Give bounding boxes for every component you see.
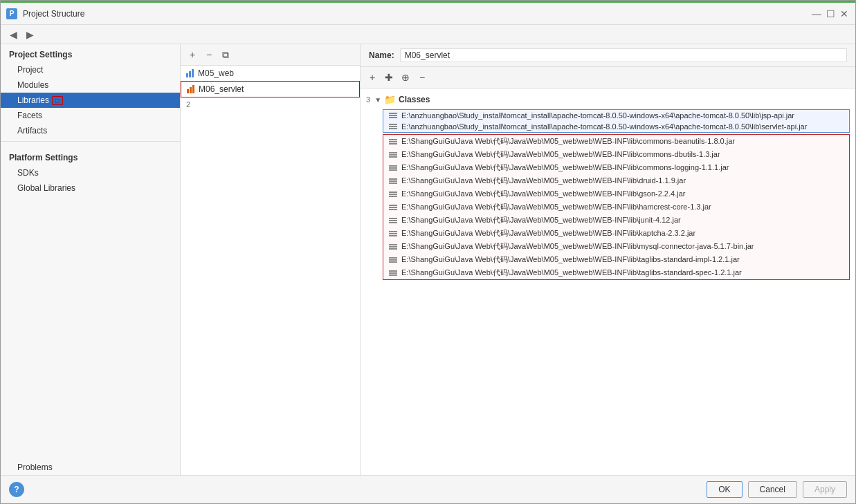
add-artifact-button[interactable]: + (185, 47, 200, 62)
lib-jar-item-9[interactable]: E:\ShangGuiGu\Java Web\代码\JavaWeb\M05_we… (383, 253, 849, 266)
sidebar-item-modules[interactable]: Modules (1, 77, 180, 93)
ok-button[interactable]: OK (707, 481, 742, 498)
artifact-count-label: 2 (181, 97, 360, 111)
lib-jar-item-8[interactable]: E:\ShangGuiGu\Java Web\代码\JavaWeb\M05_we… (383, 240, 849, 253)
sidebar-item-artifacts[interactable]: Artifacts (1, 123, 180, 138)
jar-icon (389, 257, 397, 263)
project-structure-window: P Project Structure — ☐ ✕ ◀ ▶ Project Se… (0, 0, 856, 504)
title-bar: P Project Structure — ☐ ✕ (1, 3, 855, 25)
artifact-item-m06-servlet[interactable]: M06_servlet (181, 81, 360, 97)
classes-folder-icon: 📁 (384, 94, 396, 105)
sidebar-item-sdks[interactable]: SDKs (1, 165, 180, 180)
platform-settings-title: Platform Settings (1, 147, 180, 165)
sidebar-item-project[interactable]: Project (1, 62, 180, 77)
cancel-button[interactable]: Cancel (748, 481, 797, 498)
sidebar-separator (1, 141, 180, 142)
jar-icon (389, 244, 397, 250)
project-settings-title: Project Settings (1, 44, 180, 62)
sidebar-item-libraries[interactable]: Libraries □ (1, 93, 180, 108)
lib-jar-item-6[interactable]: E:\ShangGuiGu\Java Web\代码\JavaWeb\M05_we… (383, 214, 849, 227)
right-content: 3 ▼ 📁 Classes E:\anzhuangbao\Study_insta… (361, 88, 855, 475)
sidebar-item-problems[interactable]: Problems (1, 460, 180, 475)
lib-jar-item-0[interactable]: E:\ShangGuiGu\Java Web\代码\JavaWeb\M05_we… (383, 135, 849, 148)
jar-icon (389, 113, 397, 118)
remove-artifact-button[interactable]: − (201, 47, 217, 62)
libraries-badge: □ (52, 96, 63, 105)
remove-class-button[interactable]: − (415, 70, 430, 85)
jar-icon (389, 124, 397, 129)
name-field-label: Name: (369, 50, 394, 60)
jar-icon (389, 192, 397, 197)
jar-icon (389, 165, 397, 171)
classes-section: 3 ▼ 📁 Classes (361, 91, 855, 108)
bottom-bar: ? OK Cancel Apply (1, 475, 855, 503)
add-folder-button[interactable]: ⊕ (398, 70, 413, 85)
artifact-list-panel: + − ⧉ M05_web M06_servle (181, 44, 361, 475)
jar-icon (389, 139, 397, 144)
jar-icon (389, 178, 397, 184)
artifact-label-m05: M05_web (198, 68, 234, 78)
add-copy-button[interactable]: ✚ (381, 70, 397, 85)
lib-jar-item-5[interactable]: E:\ShangGuiGu\Java Web\代码\JavaWeb\M05_we… (383, 200, 849, 214)
nav-bar: ◀ ▶ (1, 25, 855, 44)
lib-jar-item-3[interactable]: E:\ShangGuiGu\Java Web\代码\JavaWeb\M05_we… (383, 174, 849, 187)
jar-icon (389, 152, 397, 158)
jar-icon (389, 270, 397, 276)
artifact-label-m06: M06_servlet (199, 84, 244, 94)
close-button[interactable]: ✕ (839, 8, 850, 19)
lib-jar-item-7[interactable]: E:\ShangGuiGu\Java Web\代码\JavaWeb\M05_we… (383, 227, 849, 240)
lib-jar-item-10[interactable]: E:\ShangGuiGu\Java Web\代码\JavaWeb\M05_we… (383, 266, 849, 279)
tomcat-jar-path-1: E:\anzhuangbao\Study_install\tomcat_inst… (401, 122, 807, 131)
tomcat-jar-group: E:\anzhuangbao\Study_install\tomcat_inst… (383, 109, 850, 133)
help-button[interactable]: ? (9, 482, 24, 497)
minimize-button[interactable]: — (811, 8, 822, 19)
jar-icon (389, 218, 397, 223)
tomcat-jar-item-0[interactable]: E:\anzhuangbao\Study_install\tomcat_inst… (383, 110, 849, 121)
copy-artifact-button[interactable]: ⧉ (218, 47, 233, 62)
forward-button[interactable]: ▶ (23, 28, 37, 41)
jar-icon (389, 231, 397, 236)
label-3: 3 (366, 95, 370, 104)
lib-jar-item-2[interactable]: E:\ShangGuiGu\Java Web\代码\JavaWeb\M05_we… (383, 161, 849, 174)
right-panel: Name: M06_servlet + ✚ ⊕ − 3 ▼ 📁 Classes (361, 44, 855, 475)
sidebar: Project Settings Project Modules Librari… (1, 44, 181, 475)
lib-jar-item-1[interactable]: E:\ShangGuiGu\Java Web\代码\JavaWeb\M05_we… (383, 148, 849, 161)
name-bar: Name: M06_servlet (361, 44, 855, 67)
collapse-icon[interactable]: ▼ (374, 96, 381, 104)
right-toolbar: + ✚ ⊕ − (361, 67, 855, 88)
add-class-button[interactable]: + (365, 70, 380, 85)
apply-button[interactable]: Apply (803, 481, 847, 498)
tomcat-jar-path-0: E:\anzhuangbao\Study_install\tomcat_inst… (401, 111, 794, 120)
maximize-button[interactable]: ☐ (825, 8, 836, 19)
sidebar-item-global-libraries[interactable]: Global Libraries (1, 180, 180, 196)
libraries-label: Libraries (17, 95, 49, 105)
tomcat-jar-item-1[interactable]: E:\anzhuangbao\Study_install\tomcat_inst… (383, 121, 849, 132)
artifact-icon-m06 (187, 85, 194, 93)
jar-icon (389, 205, 397, 210)
name-field-value[interactable]: M06_servlet (400, 48, 847, 62)
classes-label: Classes (399, 95, 430, 104)
window-title: Project Structure (23, 9, 805, 19)
app-icon: P (6, 8, 17, 19)
back-button[interactable]: ◀ (6, 28, 20, 41)
artifact-icon-m05 (186, 69, 194, 77)
lib-jar-group: E:\ShangGuiGu\Java Web\代码\JavaWeb\M05_we… (383, 134, 850, 280)
lib-jar-item-4[interactable]: E:\ShangGuiGu\Java Web\代码\JavaWeb\M05_we… (383, 187, 849, 200)
artifact-item-m05-web[interactable]: M05_web (181, 66, 360, 81)
main-content: Project Settings Project Modules Librari… (1, 44, 855, 475)
sidebar-item-facets[interactable]: Facets (1, 108, 180, 123)
window-controls: — ☐ ✕ (811, 8, 850, 19)
artifact-toolbar: + − ⧉ (181, 44, 360, 66)
